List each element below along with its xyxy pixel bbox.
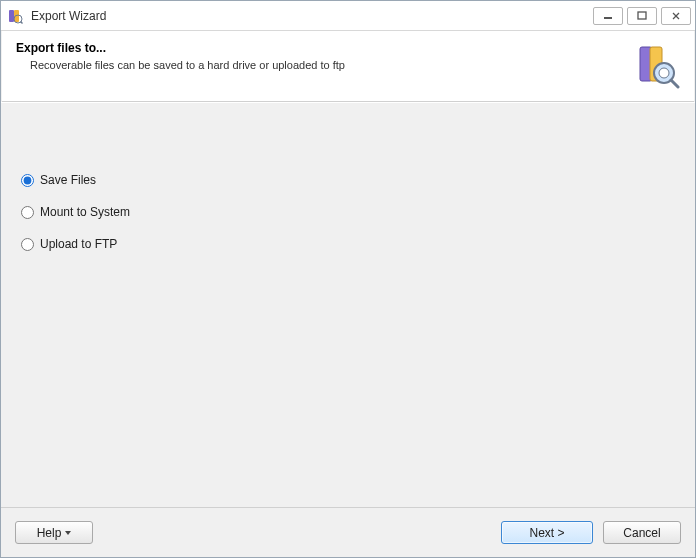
wizard-footer: Help Next > Cancel [1, 507, 695, 557]
window-title: Export Wizard [31, 9, 106, 23]
wizard-header: Export files to... Recoverable files can… [2, 31, 694, 102]
svg-point-11 [659, 68, 669, 78]
radio-label: Save Files [40, 173, 96, 187]
svg-rect-0 [9, 10, 14, 22]
window-controls [589, 7, 691, 25]
radio-save-files[interactable]: Save Files [21, 173, 695, 187]
titlebar: Export Wizard [1, 1, 695, 31]
wizard-body: Save Files Mount to System Upload to FTP [1, 102, 695, 507]
radio-save-files-input[interactable] [21, 174, 34, 187]
page-subtitle: Recoverable files can be saved to a hard… [30, 59, 624, 71]
radio-mount-to-system[interactable]: Mount to System [21, 205, 695, 219]
next-button[interactable]: Next > [501, 521, 593, 544]
maximize-button[interactable] [627, 7, 657, 25]
radio-label: Upload to FTP [40, 237, 117, 251]
help-button-label: Help [37, 526, 62, 540]
cancel-button[interactable]: Cancel [603, 521, 681, 544]
svg-rect-4 [604, 17, 612, 19]
radio-label: Mount to System [40, 205, 130, 219]
minimize-button[interactable] [593, 7, 623, 25]
svg-line-12 [671, 80, 678, 87]
radio-mount-input[interactable] [21, 206, 34, 219]
close-button[interactable] [661, 7, 691, 25]
svg-line-3 [21, 21, 23, 23]
help-button[interactable]: Help [15, 521, 93, 544]
app-icon [7, 8, 23, 24]
wizard-graphic-icon [632, 41, 680, 89]
radio-upload-ftp-input[interactable] [21, 238, 34, 251]
caret-down-icon [65, 531, 71, 535]
next-button-label: Next > [529, 526, 564, 540]
page-title: Export files to... [16, 41, 624, 55]
radio-upload-to-ftp[interactable]: Upload to FTP [21, 237, 695, 251]
cancel-button-label: Cancel [623, 526, 660, 540]
svg-rect-5 [638, 12, 646, 19]
export-wizard-window: Export Wizard Export files to... Recover… [0, 0, 696, 558]
